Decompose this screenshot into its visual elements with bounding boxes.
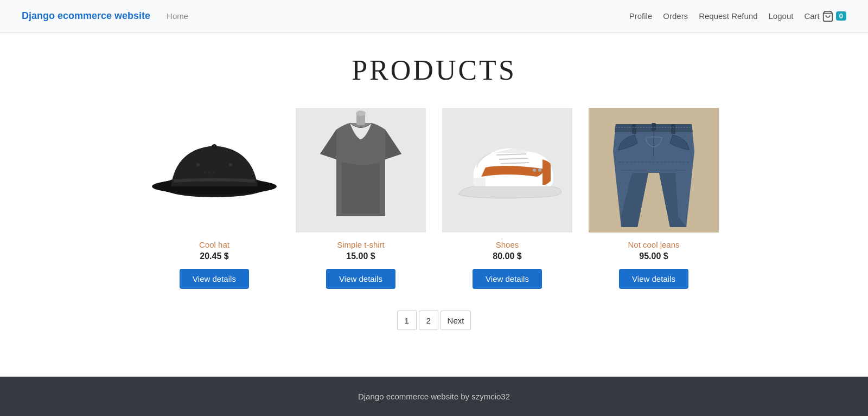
- footer-text: Django ecommerce website by szymcio32: [358, 392, 510, 401]
- page-2-button[interactable]: 2: [419, 311, 438, 330]
- product-name-jeans: Not cool jeans: [628, 240, 679, 249]
- svg-text:●●●: ●●●: [203, 169, 215, 176]
- main-content: PRODUCTS: [0, 33, 868, 377]
- page-1-button[interactable]: 1: [397, 311, 417, 330]
- svg-point-8: [356, 111, 366, 116]
- product-price-tshirt: 15.00 $: [346, 251, 375, 261]
- product-image-hat: ●●●: [149, 108, 279, 232]
- view-details-hat-button[interactable]: View details: [180, 269, 249, 289]
- request-refund-link[interactable]: Request Refund: [699, 11, 757, 21]
- product-name-hat: Cool hat: [199, 240, 229, 249]
- product-price-shoes: 80.00 $: [493, 251, 521, 261]
- product-name-tshirt: Simple t-shirt: [337, 240, 385, 249]
- product-price-hat: 20.45 $: [200, 251, 228, 261]
- tshirt-svg: [296, 108, 426, 232]
- footer: Django ecommerce website by szymcio32: [0, 377, 868, 416]
- product-card-hat: ●●● Cool hat 20.45 $ View details: [149, 108, 279, 289]
- pagination: 1 2 Next: [33, 311, 835, 330]
- svg-point-12: [533, 169, 536, 172]
- navbar-home-link[interactable]: Home: [167, 11, 188, 21]
- navbar-left: Django ecommerce website Home: [22, 10, 188, 22]
- product-name-shoes: Shoes: [496, 240, 519, 249]
- products-grid: ●●● Cool hat 20.45 $ View details: [33, 108, 835, 289]
- navbar-brand[interactable]: Django ecommerce website: [22, 10, 150, 22]
- cart-icon: [822, 10, 834, 22]
- product-card-jeans: Not cool jeans 95.00 $ View details: [589, 108, 719, 289]
- cart-badge: 0: [836, 11, 846, 21]
- logout-link[interactable]: Logout: [769, 11, 794, 21]
- view-details-shoes-button[interactable]: View details: [473, 269, 542, 289]
- view-details-tshirt-button[interactable]: View details: [326, 269, 395, 289]
- svg-point-3: [212, 144, 217, 150]
- product-image-shoes: [442, 108, 572, 232]
- shoes-svg: [442, 108, 572, 232]
- product-card-shoes: Shoes 80.00 $ View details: [442, 108, 572, 289]
- page-title: PRODUCTS: [33, 54, 835, 86]
- product-price-jeans: 95.00 $: [639, 251, 668, 261]
- cart-container[interactable]: Cart 0: [804, 10, 846, 22]
- view-details-jeans-button[interactable]: View details: [619, 269, 688, 289]
- navbar-right: Profile Orders Request Refund Logout Car…: [629, 10, 846, 22]
- product-image-tshirt: [296, 108, 426, 232]
- orders-link[interactable]: Orders: [663, 11, 688, 21]
- svg-rect-16: [671, 124, 675, 134]
- svg-rect-15: [632, 124, 636, 134]
- cart-link[interactable]: Cart: [804, 11, 819, 21]
- hat-svg: ●●●: [149, 108, 279, 232]
- svg-point-13: [538, 169, 541, 172]
- svg-point-5: [229, 163, 232, 166]
- product-card-tshirt: Simple t-shirt 15.00 $ View details: [296, 108, 426, 289]
- next-page-button[interactable]: Next: [441, 311, 471, 330]
- product-image-jeans: [589, 108, 719, 232]
- jeans-svg: [589, 108, 719, 232]
- profile-link[interactable]: Profile: [629, 11, 653, 21]
- navbar: Django ecommerce website Home Profile Or…: [0, 0, 868, 33]
- svg-point-4: [196, 163, 200, 166]
